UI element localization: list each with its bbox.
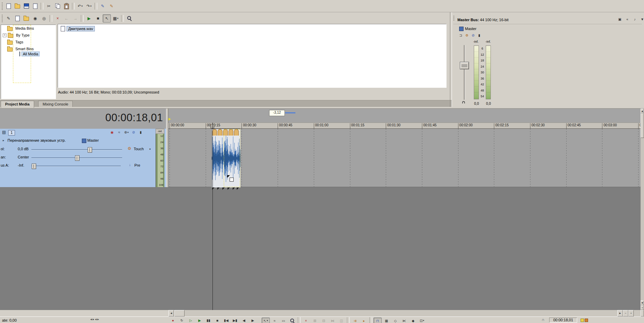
toolbar-grip[interactable] [2,15,3,22]
output-routing-icon[interactable]: ⊐ [458,32,464,38]
speaker-icon[interactable]: ♪ [631,16,638,22]
capture-video-icon[interactable]: ◉ [31,14,39,23]
envelope-segment[interactable] [285,112,295,113]
vertical-zoom-button[interactable]: + [641,305,644,310]
take-bump[interactable] [218,129,222,136]
enable-snapping-button[interactable]: ⊓ [374,318,382,323]
zoom-edit-tool-button[interactable] [288,318,296,323]
zoom-in-button[interactable]: + [628,310,634,317]
toolbar-grip[interactable] [2,2,3,10]
pre-fader-icon[interactable]: ↓ [129,163,131,167]
bus-assign-icon[interactable] [82,139,86,143]
brush-tool-icon[interactable]: ✎ [107,2,116,10]
event-fx-button[interactable]: ⊡▾ [418,318,426,323]
bus-a-slider[interactable] [31,166,121,167]
open-project-icon[interactable] [13,2,21,10]
panel-grip[interactable] [453,16,454,21]
pan-value[interactable]: Center [18,155,29,159]
track-list-icon[interactable]: ▤ [2,130,6,135]
record-button[interactable]: ● [169,317,177,323]
bus-assign-label[interactable]: Master [87,138,99,142]
loop-playback-button[interactable]: ↻ [178,317,186,323]
scroll-left-button[interactable]: ◄ [169,310,174,317]
remove-media-icon[interactable]: × [54,14,62,23]
new-project-icon[interactable] [4,2,13,10]
normal-edit-tool-button[interactable]: ↖▾ [262,318,270,323]
tab-project-media[interactable]: Project Media [1,101,34,108]
pause-button[interactable]: ▮▮ [204,317,213,323]
insert-fx-icon[interactable]: ⚙ [464,32,470,38]
stretch-handle[interactable] [233,187,235,190]
play-button[interactable]: ▶ [195,317,204,323]
scroll-down-button[interactable]: ▼ [641,300,644,305]
edit-details-icon[interactable]: ✎ [4,14,13,23]
selection-edit-tool-button[interactable]: ▭ [279,318,288,323]
auto-preview-icon[interactable]: ↖ [103,14,111,23]
pin-panel-icon[interactable]: ▼ [639,16,644,22]
mute-icon[interactable]: ⊘ [470,32,476,38]
import-media-icon[interactable] [22,14,30,23]
scroll-up-button[interactable]: ▲ [641,109,644,113]
chevron-down-icon[interactable]: ▾ [149,148,151,151]
lock-event-button[interactable]: ◫ [337,318,346,323]
next-frame-button[interactable]: ▶ [249,317,257,323]
horizontal-scroll-thumb[interactable] [174,310,185,317]
master-fader-handle[interactable] [460,62,469,69]
region-flag-icon[interactable] [585,319,588,322]
redo-icon[interactable]: ↷▾ [85,2,93,10]
marker-bar[interactable] [169,109,641,123]
paste-icon[interactable] [62,2,71,10]
media-bin-back-icon[interactable]: ← [62,14,71,23]
zoom-out-button[interactable]: − [623,310,628,317]
undo-icon[interactable]: ↶▾ [76,2,84,10]
solo-icon[interactable]: ▮ [137,129,144,135]
stretch-handle[interactable] [217,187,220,190]
go-to-start-button[interactable]: ▮◀ [222,317,230,323]
bus-a-value[interactable]: -Inf. [18,163,24,167]
previous-frame-button[interactable]: ◀ [240,317,248,323]
insert-fx-icon[interactable]: ⊕▾ [123,129,130,135]
automation-mode-label[interactable]: Touch [134,147,144,151]
copy-icon[interactable] [54,2,62,10]
track-envelope-icon[interactable]: ≈ [116,129,122,135]
snap-offset-icon[interactable]: ∩ [542,318,544,322]
volume-slider-handle[interactable] [88,147,92,153]
audio-event[interactable] [211,129,240,187]
media-file-item[interactable]: Дмитриев.wav [61,26,95,31]
vertical-scrollbar[interactable]: ▲ ▼ + [641,109,644,310]
ripple-edit-button[interactable]: ⇉ [351,318,359,323]
preview-play-icon[interactable]: ▶ [85,14,93,23]
playhead[interactable] [213,123,213,310]
device-arrow-icon[interactable]: ▸ [3,139,4,142]
media-bin-forward-icon[interactable]: → [71,14,79,23]
quantize-to-frames-button[interactable]: ◆ [409,318,417,323]
snap-to-markers-button[interactable]: ◇ [391,318,399,323]
views-icon[interactable]: ▦▾ [112,14,120,23]
insert-marker-button[interactable]: ▸ [360,318,368,323]
envelope-edit-tool-button[interactable]: ≈ [270,318,279,323]
media-tree-item[interactable]: All Media [13,25,31,83]
take-bump[interactable] [212,129,217,136]
time-ruler[interactable]: 00:00:0000:00:1500:00:3000:00:4500:01:00… [169,123,641,129]
project-properties-icon[interactable] [31,2,39,10]
mute-icon[interactable]: ⊘ [130,129,137,135]
save-project-icon[interactable] [22,2,30,10]
play-from-start-button[interactable]: ▷ [187,317,195,323]
snap-to-grid-button[interactable]: ▦ [382,318,391,323]
stretch-handle[interactable] [237,187,239,190]
pre-label[interactable]: Pre [134,163,140,167]
volume-value[interactable]: 0,0 dB [18,147,29,151]
split-button[interactable]: ⋈ [328,318,337,323]
stop-button[interactable]: ■ [213,317,221,323]
get-web-media-icon[interactable]: ◎ [40,14,48,23]
solo-icon[interactable]: ▮ [476,32,482,38]
auto-crossfade-button[interactable]: ⋉ [400,318,408,323]
trim-event-button[interactable]: × [302,318,310,323]
expander-icon[interactable]: + [3,33,6,37]
pen-tool-icon[interactable]: ✎ [99,2,107,10]
record-arm-icon[interactable]: ◉ [109,129,115,135]
current-time-display[interactable]: 00:00:18,01 [41,112,163,127]
device-label[interactable]: Перенаправление звуковых устр. [8,138,66,142]
marker-flag-icon[interactable] [581,319,584,322]
media-file-list[interactable]: Дмитриев.wav [58,24,447,88]
